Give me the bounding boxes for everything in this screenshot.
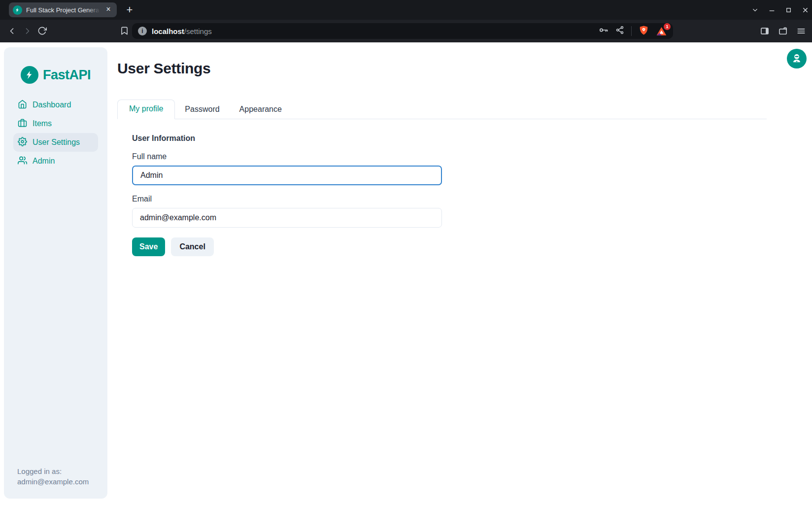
user-astronaut-icon bbox=[791, 53, 802, 65]
window-maximize-button[interactable] bbox=[785, 6, 792, 14]
fastapi-bolt-icon bbox=[21, 66, 38, 84]
email-input[interactable] bbox=[132, 208, 442, 228]
reload-button[interactable] bbox=[37, 26, 47, 37]
logged-in-label: Logged in as: bbox=[17, 466, 101, 476]
menu-hamburger-icon[interactable] bbox=[796, 26, 806, 38]
logo-text: FastAPI bbox=[43, 67, 91, 83]
logged-in-info: Logged in as: admin@example.com bbox=[4, 466, 107, 499]
new-tab-button[interactable]: + bbox=[123, 3, 136, 16]
url-path: /settings bbox=[184, 27, 212, 35]
save-button[interactable]: Save bbox=[132, 237, 165, 256]
sidebar-toggle-icon[interactable] bbox=[760, 26, 770, 38]
settings-tabs: My profile Password Appearance bbox=[117, 100, 767, 119]
tab-appearance[interactable]: Appearance bbox=[230, 101, 292, 119]
form-actions: Save Cancel bbox=[132, 237, 767, 256]
full-name-input[interactable] bbox=[132, 166, 442, 185]
share-icon[interactable] bbox=[615, 26, 624, 36]
fastapi-logo: FastAPI bbox=[4, 66, 107, 84]
fastapi-favicon-icon bbox=[13, 5, 22, 15]
rewards-badge: 1 bbox=[664, 23, 671, 30]
browser-toolbar: i localhost/settings 1 bbox=[0, 20, 812, 42]
app-content: FastAPI Dashboard Items User Settings bbox=[0, 42, 812, 505]
users-icon bbox=[18, 156, 27, 167]
back-button[interactable] bbox=[7, 26, 17, 38]
tab-password[interactable]: Password bbox=[175, 101, 229, 119]
section-title: User Information bbox=[132, 134, 767, 143]
main-content: User Settings My profile Password Appear… bbox=[117, 42, 767, 256]
password-key-icon[interactable] bbox=[599, 25, 609, 37]
full-name-label: Full name bbox=[132, 152, 767, 161]
sidebar-item-label: User Settings bbox=[33, 138, 80, 147]
url-text: localhost/settings bbox=[152, 27, 212, 35]
tab-search-chevron-icon[interactable] bbox=[751, 6, 759, 14]
window-minimize-button[interactable] bbox=[768, 6, 776, 14]
window-close-button[interactable] bbox=[802, 6, 809, 14]
user-menu-button[interactable] bbox=[787, 49, 807, 68]
cancel-button[interactable]: Cancel bbox=[171, 237, 213, 256]
logged-in-email: admin@example.com bbox=[17, 476, 101, 487]
home-icon bbox=[18, 100, 27, 111]
close-tab-icon[interactable]: × bbox=[104, 5, 113, 14]
sidebar-item-label: Dashboard bbox=[33, 101, 71, 109]
sidebar-item-user-settings[interactable]: User Settings bbox=[13, 133, 98, 152]
url-host: localhost bbox=[152, 27, 184, 35]
browser-tab[interactable]: Full Stack Project Genera × bbox=[9, 2, 117, 17]
sidebar-item-admin[interactable]: Admin bbox=[13, 152, 98, 170]
divider bbox=[631, 26, 632, 36]
sidebar-nav: Dashboard Items User Settings Admin bbox=[4, 96, 107, 170]
browser-tab-bar: Full Stack Project Genera × + bbox=[0, 0, 812, 20]
tab-my-profile[interactable]: My profile bbox=[117, 100, 175, 119]
sidebar-item-label: Admin bbox=[33, 157, 55, 166]
sidebar-item-label: Items bbox=[33, 119, 52, 128]
sidebar-item-items[interactable]: Items bbox=[13, 114, 98, 133]
page-title: User Settings bbox=[117, 60, 767, 77]
bookmark-icon[interactable] bbox=[120, 26, 129, 37]
gear-icon bbox=[18, 137, 27, 148]
wallet-icon[interactable] bbox=[778, 26, 788, 38]
profile-panel: User Information Full name Email Save Ca… bbox=[117, 119, 767, 256]
tab-title: Full Stack Project Genera bbox=[26, 6, 100, 14]
forward-button[interactable] bbox=[23, 26, 33, 38]
sidebar-item-dashboard[interactable]: Dashboard bbox=[13, 96, 98, 114]
url-bar[interactable]: i localhost/settings 1 bbox=[132, 23, 673, 39]
site-info-icon[interactable]: i bbox=[138, 27, 147, 35]
brave-shield-icon[interactable] bbox=[639, 25, 649, 37]
brave-rewards-icon[interactable]: 1 bbox=[656, 26, 667, 37]
sidebar: FastAPI Dashboard Items User Settings bbox=[4, 47, 107, 499]
email-label: Email bbox=[132, 195, 767, 203]
briefcase-icon bbox=[18, 118, 27, 130]
